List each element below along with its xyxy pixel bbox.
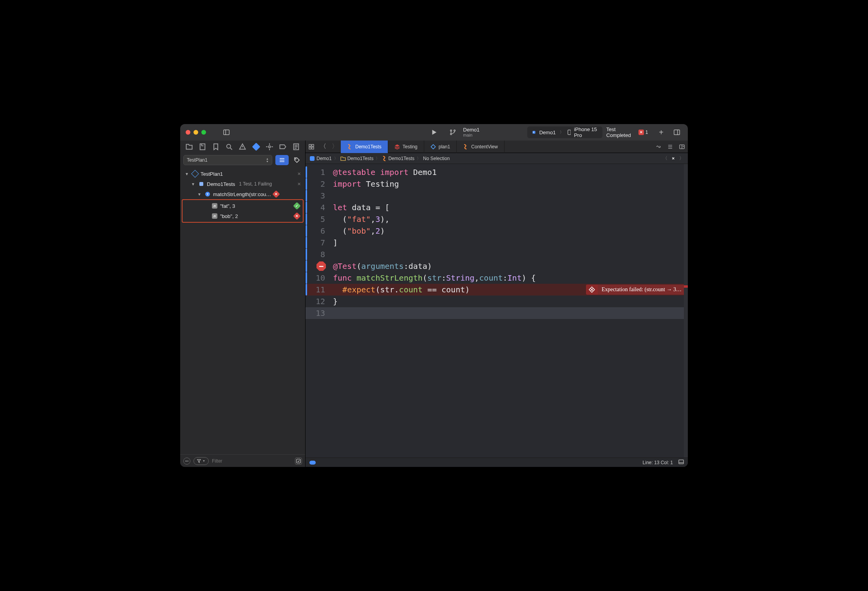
titlebar: Demo1 main Demo1 〉 iPhone 15 Pro Test Co… (180, 124, 688, 141)
svg-rect-15 (252, 143, 260, 151)
code-line[interactable]: 7] (306, 237, 688, 249)
jump-bar[interactable]: Demo1 〉 Demo1Tests 〉 Demo1Tests 〉 No Sel… (306, 153, 688, 164)
test-plan-name: TestPlan1 (187, 157, 208, 163)
add-tab-button[interactable]: + (656, 128, 667, 137)
tab-plan1[interactable]: plan1 (424, 141, 457, 153)
remove-suite-button[interactable]: ✕ (296, 181, 302, 187)
test-nav-icon[interactable] (252, 143, 260, 151)
zoom-window-button[interactable] (201, 130, 206, 135)
svg-rect-36 (312, 147, 314, 149)
chevron-down-icon: ▼ (203, 459, 205, 462)
project-branch[interactable]: Demo1 main (463, 127, 479, 137)
svg-point-2 (450, 130, 452, 132)
tab-label: plan1 (439, 144, 450, 150)
tab-bar: 〈 〉 Demo1TestsTestingplan1ContentView (306, 141, 688, 153)
test-plan-row[interactable]: ▼ TestPlan1 ✕ (180, 169, 305, 179)
filter-failed-toggle[interactable] (295, 458, 302, 465)
svg-rect-48 (679, 460, 684, 464)
jump-project: Demo1 (316, 156, 332, 161)
minimap-toggle-button[interactable] (678, 459, 684, 465)
filter-options-button[interactable]: ••• (183, 458, 190, 465)
fail-icon: ✕ (638, 130, 644, 135)
jump-forward-button[interactable]: 〉 (679, 155, 684, 162)
param-icon: n (212, 203, 217, 209)
hierarchy-view-button[interactable] (275, 155, 289, 165)
debug-nav-icon[interactable] (266, 143, 273, 151)
traffic-lights (186, 130, 206, 135)
breakpoint-nav-icon[interactable] (279, 143, 287, 151)
code-line[interactable]: 6 ("bob",2) (306, 225, 688, 237)
jump-symbol: No Selection (423, 156, 450, 161)
tab-demo1tests[interactable]: Demo1Tests (341, 141, 388, 153)
code-line[interactable]: 5 ("fat",3), (306, 213, 688, 225)
build-status: Test Completed (606, 126, 635, 138)
test-plan-toolbar: TestPlan1 ▲▼ (180, 153, 305, 167)
toggle-left-panel-icon[interactable] (221, 127, 232, 138)
scheme-device: iPhone 15 Pro (574, 126, 597, 138)
editor-options-button[interactable] (664, 141, 676, 153)
debug-pill[interactable] (309, 461, 316, 465)
source-nav-icon[interactable] (199, 143, 206, 151)
test-case-row[interactable]: n "bob", 2 ✕ (183, 211, 303, 221)
remove-plan-button[interactable]: ✕ (296, 171, 302, 177)
filter-input[interactable] (212, 458, 292, 464)
add-editor-button[interactable] (676, 141, 688, 153)
code-line[interactable]: 13 (306, 307, 688, 319)
code-line[interactable]: 3 (306, 190, 688, 202)
toggle-right-panel-icon[interactable] (671, 127, 682, 138)
param-icon: n (212, 213, 217, 219)
scheme-selector[interactable]: Demo1 〉 iPhone 15 Pro (527, 126, 602, 138)
tab-contentview[interactable]: ContentView (457, 141, 505, 153)
tab-testing[interactable]: Testing (388, 141, 424, 153)
code-line[interactable]: 12} (306, 296, 688, 307)
code-line[interactable]: 10func matchStrLength(str:String,count:I… (306, 272, 688, 284)
code-line[interactable]: 1@testable import Demo1 (306, 166, 688, 178)
status-bar: Line: 13 Col: 1 (306, 458, 688, 467)
code-editor[interactable]: 1@testable import Demo12import Testing34… (306, 164, 688, 458)
failure-count[interactable]: ✕ 1 (638, 130, 648, 135)
code-line[interactable]: 8 (306, 249, 688, 260)
branch-icon[interactable] (448, 127, 458, 138)
chevron-down-icon: ▼ (191, 182, 196, 186)
error-marker[interactable] (684, 285, 688, 288)
svg-rect-44 (310, 156, 315, 161)
error-message: Expectation failed: (str.count → 3… (598, 285, 685, 295)
related-items-button[interactable] (306, 141, 317, 153)
code-line[interactable]: 2import Testing (306, 178, 688, 190)
svg-rect-33 (309, 144, 311, 146)
nav-forward-button[interactable]: 〉 (329, 141, 341, 153)
svg-rect-0 (224, 130, 229, 135)
run-button[interactable] (429, 127, 439, 138)
issue-nav-icon[interactable] (239, 143, 246, 151)
jump-back-button[interactable]: 〈 (663, 155, 667, 162)
recent-files-button[interactable] (653, 141, 664, 153)
project-nav-icon[interactable] (185, 143, 193, 151)
svg-rect-37 (431, 144, 435, 149)
cursor-position: Line: 13 Col: 1 (643, 460, 673, 465)
tag-filter-button[interactable] (292, 155, 302, 165)
view-mode-segments (275, 155, 289, 165)
code-line[interactable]: 11 #expect(str.count == count)Expectatio… (306, 284, 688, 296)
navigator-sidebar: TestPlan1 ▲▼ ▼ TestPlan1 ✕ (180, 141, 306, 467)
minimize-window-button[interactable] (193, 130, 198, 135)
svg-line-13 (230, 148, 232, 150)
report-nav-icon[interactable] (292, 143, 300, 151)
test-case-row[interactable]: n "fat", 3 ✓ (183, 201, 303, 211)
code-line[interactable]: 4let data = [ (306, 202, 688, 213)
find-nav-icon[interactable] (225, 143, 233, 151)
overview-ruler[interactable] (684, 164, 688, 458)
svg-rect-9 (200, 144, 205, 150)
close-window-button[interactable] (186, 130, 190, 135)
test-suite-row[interactable]: ▼ Demo1Tests 1 Test, 1 Failing ✕ (180, 179, 305, 189)
test-row[interactable]: ▼ T matchStrLength(str:cou… ✕ (180, 189, 305, 199)
inline-error[interactable]: Expectation failed: (str.count → 3… (586, 285, 685, 295)
code-line[interactable]: −9@Test(arguments:data) (306, 260, 688, 272)
dropdown-arrows-icon: ▲▼ (266, 157, 269, 163)
chevron-down-icon: ▼ (197, 192, 202, 196)
jumpbar-fail-icon[interactable]: ✕ (669, 155, 677, 162)
test-plan-dropdown[interactable]: TestPlan1 ▲▼ (183, 155, 272, 165)
nav-back-button[interactable]: 〈 (317, 141, 329, 153)
svg-point-4 (454, 130, 456, 132)
filter-scope-button[interactable]: ▼ (193, 457, 209, 465)
bookmark-nav-icon[interactable] (212, 143, 220, 151)
